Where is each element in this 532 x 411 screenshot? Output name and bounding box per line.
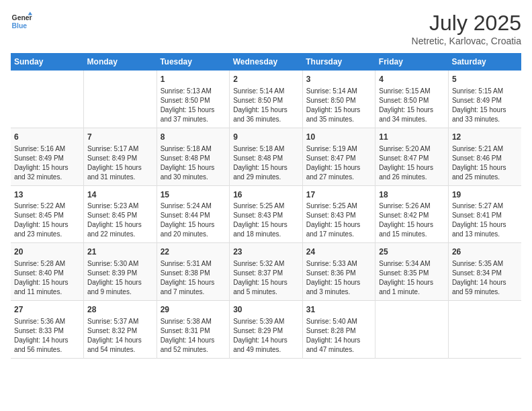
day-number: 4: [379, 74, 445, 85]
day-number: 24: [306, 246, 372, 258]
calendar-cell: 23Sunrise: 5:32 AM Sunset: 8:37 PM Dayli…: [230, 243, 303, 301]
day-content: Sunrise: 5:16 AM Sunset: 8:49 PM Dayligh…: [14, 144, 80, 182]
day-content: Sunrise: 5:33 AM Sunset: 8:36 PM Dayligh…: [306, 259, 372, 297]
day-number: 21: [87, 246, 153, 258]
month-year-title: July 2025: [412, 11, 521, 36]
day-content: Sunrise: 5:25 AM Sunset: 8:43 PM Dayligh…: [306, 201, 372, 239]
day-number: 7: [87, 132, 153, 143]
page-header: General Blue July 2025 Netretic, Karlova…: [11, 11, 521, 46]
calendar-cell: [11, 71, 84, 128]
day-number: 14: [87, 189, 153, 201]
calendar-cell: 18Sunrise: 5:26 AM Sunset: 8:42 PM Dayli…: [375, 185, 449, 243]
day-content: Sunrise: 5:15 AM Sunset: 8:50 PM Dayligh…: [379, 87, 445, 124]
calendar-cell: 4Sunrise: 5:15 AM Sunset: 8:50 PM Daylig…: [375, 71, 449, 128]
calendar-cell: 29Sunrise: 5:38 AM Sunset: 8:31 PM Dayli…: [157, 301, 230, 359]
day-header-thursday: Thursday: [302, 53, 375, 71]
calendar-cell: 15Sunrise: 5:24 AM Sunset: 8:44 PM Dayli…: [157, 185, 230, 243]
day-number: 20: [14, 246, 80, 258]
calendar-week-row: 1Sunrise: 5:13 AM Sunset: 8:50 PM Daylig…: [11, 71, 521, 128]
day-number: 5: [452, 74, 518, 85]
location-subtitle: Netretic, Karlovac, Croatia: [412, 36, 521, 46]
day-number: 8: [161, 132, 226, 143]
calendar-header-row: SundayMondayTuesdayWednesdayThursdayFrid…: [11, 53, 521, 71]
calendar-week-row: 20Sunrise: 5:28 AM Sunset: 8:40 PM Dayli…: [11, 243, 521, 301]
day-number: 11: [379, 132, 445, 143]
day-number: 28: [87, 304, 153, 316]
day-content: Sunrise: 5:22 AM Sunset: 8:45 PM Dayligh…: [14, 201, 80, 239]
calendar-cell: 27Sunrise: 5:36 AM Sunset: 8:33 PM Dayli…: [11, 301, 84, 359]
calendar-cell: 25Sunrise: 5:34 AM Sunset: 8:35 PM Dayli…: [375, 243, 449, 301]
calendar-cell: 5Sunrise: 5:15 AM Sunset: 8:49 PM Daylig…: [448, 71, 521, 128]
calendar-cell: [84, 71, 157, 128]
calendar-cell: 22Sunrise: 5:31 AM Sunset: 8:38 PM Dayli…: [157, 243, 230, 301]
svg-marker-2: [28, 12, 32, 15]
day-content: Sunrise: 5:25 AM Sunset: 8:43 PM Dayligh…: [233, 201, 299, 239]
day-content: Sunrise: 5:14 AM Sunset: 8:50 PM Dayligh…: [233, 87, 299, 124]
day-header-sunday: Sunday: [11, 53, 84, 71]
day-number: 18: [379, 189, 445, 201]
day-number: 15: [161, 189, 226, 201]
calendar-week-row: 13Sunrise: 5:22 AM Sunset: 8:45 PM Dayli…: [11, 185, 521, 243]
day-content: Sunrise: 5:27 AM Sunset: 8:41 PM Dayligh…: [452, 201, 518, 239]
day-number: 30: [233, 304, 299, 316]
day-content: Sunrise: 5:36 AM Sunset: 8:33 PM Dayligh…: [14, 317, 80, 355]
calendar-cell: [375, 301, 449, 359]
day-content: Sunrise: 5:40 AM Sunset: 8:28 PM Dayligh…: [306, 317, 372, 355]
day-number: 26: [452, 246, 518, 258]
svg-text:Blue: Blue: [12, 22, 28, 30]
calendar-cell: 12Sunrise: 5:21 AM Sunset: 8:46 PM Dayli…: [448, 128, 521, 185]
day-content: Sunrise: 5:39 AM Sunset: 8:29 PM Dayligh…: [233, 317, 299, 355]
day-content: Sunrise: 5:20 AM Sunset: 8:47 PM Dayligh…: [379, 144, 445, 182]
logo: General Blue: [11, 11, 32, 32]
day-number: 29: [161, 304, 226, 316]
day-number: 17: [306, 189, 372, 201]
day-number: 13: [14, 189, 80, 201]
day-content: Sunrise: 5:19 AM Sunset: 8:47 PM Dayligh…: [306, 144, 372, 182]
day-header-saturday: Saturday: [448, 53, 521, 71]
calendar-cell: 8Sunrise: 5:18 AM Sunset: 8:48 PM Daylig…: [157, 128, 230, 185]
day-content: Sunrise: 5:35 AM Sunset: 8:34 PM Dayligh…: [452, 259, 518, 297]
calendar-cell: [448, 301, 521, 359]
day-number: 16: [233, 189, 299, 201]
day-number: 2: [233, 74, 299, 85]
calendar-cell: 11Sunrise: 5:20 AM Sunset: 8:47 PM Dayli…: [375, 128, 449, 185]
calendar-cell: 3Sunrise: 5:14 AM Sunset: 8:50 PM Daylig…: [302, 71, 375, 128]
day-content: Sunrise: 5:23 AM Sunset: 8:45 PM Dayligh…: [87, 201, 153, 239]
day-number: 22: [161, 246, 226, 258]
day-content: Sunrise: 5:14 AM Sunset: 8:50 PM Dayligh…: [306, 87, 372, 124]
calendar-cell: 31Sunrise: 5:40 AM Sunset: 8:28 PM Dayli…: [302, 301, 375, 359]
day-number: 1: [161, 74, 226, 85]
calendar-week-row: 6Sunrise: 5:16 AM Sunset: 8:49 PM Daylig…: [11, 128, 521, 185]
day-content: Sunrise: 5:26 AM Sunset: 8:42 PM Dayligh…: [379, 201, 445, 239]
day-header-wednesday: Wednesday: [230, 53, 303, 71]
day-number: 10: [306, 132, 372, 143]
day-content: Sunrise: 5:28 AM Sunset: 8:40 PM Dayligh…: [14, 259, 80, 297]
day-content: Sunrise: 5:31 AM Sunset: 8:38 PM Dayligh…: [161, 259, 226, 297]
day-number: 6: [14, 132, 80, 143]
day-number: 25: [379, 246, 445, 258]
day-content: Sunrise: 5:38 AM Sunset: 8:31 PM Dayligh…: [161, 317, 226, 355]
calendar-cell: 9Sunrise: 5:18 AM Sunset: 8:48 PM Daylig…: [230, 128, 303, 185]
day-content: Sunrise: 5:32 AM Sunset: 8:37 PM Dayligh…: [233, 259, 299, 297]
calendar-table: SundayMondayTuesdayWednesdayThursdayFrid…: [11, 53, 521, 359]
calendar-cell: 10Sunrise: 5:19 AM Sunset: 8:47 PM Dayli…: [302, 128, 375, 185]
day-content: Sunrise: 5:18 AM Sunset: 8:48 PM Dayligh…: [161, 144, 226, 182]
day-content: Sunrise: 5:15 AM Sunset: 8:49 PM Dayligh…: [452, 87, 518, 124]
calendar-cell: 17Sunrise: 5:25 AM Sunset: 8:43 PM Dayli…: [302, 185, 375, 243]
day-content: Sunrise: 5:37 AM Sunset: 8:32 PM Dayligh…: [87, 317, 153, 355]
calendar-cell: 21Sunrise: 5:30 AM Sunset: 8:39 PM Dayli…: [84, 243, 157, 301]
calendar-cell: 1Sunrise: 5:13 AM Sunset: 8:50 PM Daylig…: [157, 71, 230, 128]
calendar-cell: 26Sunrise: 5:35 AM Sunset: 8:34 PM Dayli…: [448, 243, 521, 301]
day-content: Sunrise: 5:13 AM Sunset: 8:50 PM Dayligh…: [161, 87, 226, 124]
calendar-cell: 7Sunrise: 5:17 AM Sunset: 8:49 PM Daylig…: [84, 128, 157, 185]
calendar-cell: 24Sunrise: 5:33 AM Sunset: 8:36 PM Dayli…: [302, 243, 375, 301]
calendar-cell: 2Sunrise: 5:14 AM Sunset: 8:50 PM Daylig…: [230, 71, 303, 128]
day-content: Sunrise: 5:24 AM Sunset: 8:44 PM Dayligh…: [161, 201, 226, 239]
calendar-cell: 28Sunrise: 5:37 AM Sunset: 8:32 PM Dayli…: [84, 301, 157, 359]
calendar-week-row: 27Sunrise: 5:36 AM Sunset: 8:33 PM Dayli…: [11, 301, 521, 359]
calendar-cell: 20Sunrise: 5:28 AM Sunset: 8:40 PM Dayli…: [11, 243, 84, 301]
day-number: 23: [233, 246, 299, 258]
calendar-cell: 13Sunrise: 5:22 AM Sunset: 8:45 PM Dayli…: [11, 185, 84, 243]
day-header-friday: Friday: [375, 53, 449, 71]
day-content: Sunrise: 5:21 AM Sunset: 8:46 PM Dayligh…: [452, 144, 518, 182]
